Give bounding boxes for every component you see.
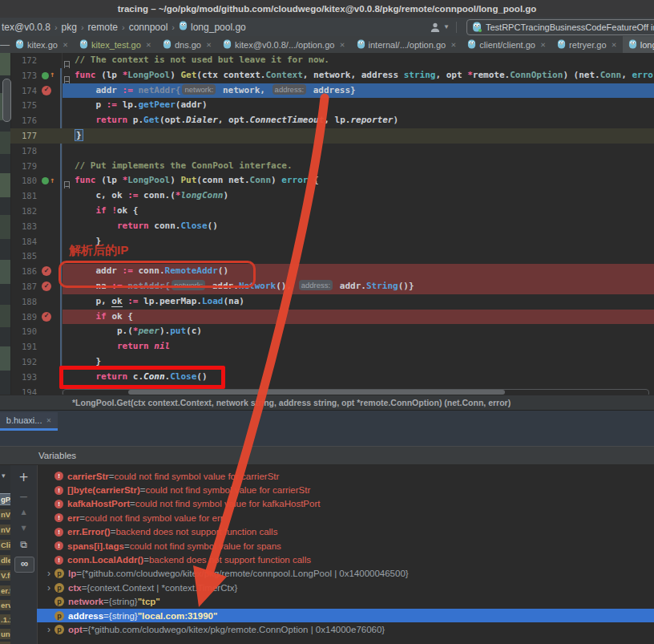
- frame-item[interactable]: erv: [0, 600, 11, 610]
- line-number[interactable]: 185: [10, 249, 37, 264]
- code-line[interactable]: 191 return nil: [0, 339, 654, 354]
- editor-tab-kitex-test-go[interactable]: kitex_test.go✕: [74, 36, 157, 53]
- editor-tab-kitex-v0-0-8-option-go[interactable]: kitex@v0.0.8/.../option.go✕: [217, 36, 350, 53]
- tab-list-menu-icon[interactable]: —: [0, 36, 10, 53]
- code-line[interactable]: 182 if !ok {: [0, 204, 654, 219]
- chevron-down-icon[interactable]: ▾: [2, 472, 6, 480]
- fold-collapse-icon[interactable]: −: [64, 72, 70, 83]
- line-number[interactable]: 180: [10, 173, 37, 188]
- frame-item[interactable]: .1.1: [0, 614, 11, 625]
- expand-chevron-icon[interactable]: ›: [43, 582, 54, 593]
- line-number[interactable]: 172: [10, 53, 37, 68]
- code-line[interactable]: 179// Put implements the ConnPool interf…: [0, 159, 654, 174]
- frame-item[interactable]: nV: [0, 509, 11, 520]
- frame-item[interactable]: unc: [0, 629, 11, 639]
- code-line[interactable]: 178: [0, 144, 654, 159]
- debugger-session-tab[interactable]: b.huaxi... ✕: [0, 412, 58, 428]
- code-line[interactable]: 189✓ if ok {: [0, 310, 654, 325]
- variable-row-err-error-[interactable]: !err.Error() = backend does not support …: [37, 525, 654, 539]
- breadcrumb-item[interactable]: remote: [88, 22, 118, 33]
- frame-item[interactable]: Clie: [0, 540, 11, 550]
- add-watch-button[interactable]: +: [10, 470, 37, 484]
- close-icon[interactable]: ✕: [46, 417, 51, 424]
- line-number[interactable]: 175: [10, 98, 37, 113]
- expand-chevron-icon[interactable]: ›: [43, 568, 54, 579]
- line-number[interactable]: 174: [10, 83, 37, 99]
- line-number[interactable]: 176: [10, 113, 37, 128]
- editor-tab-retryer-go[interactable]: retryer.go✕: [551, 36, 623, 53]
- code-line[interactable]: 181 c, ok := conn.(*longConn): [0, 188, 654, 204]
- line-number[interactable]: 183: [10, 219, 37, 234]
- watch-glasses-icon[interactable]: ∞: [14, 557, 34, 573]
- user-icon[interactable]: [430, 22, 442, 33]
- code-line[interactable]: 177}: [0, 128, 654, 144]
- implements-gutter-icon[interactable]: ↑: [42, 176, 54, 184]
- close-icon[interactable]: ✕: [63, 41, 68, 49]
- variable-row-err[interactable]: !err = could not find symbol value for e…: [37, 511, 654, 525]
- expand-chevron-icon[interactable]: ›: [43, 624, 54, 635]
- chevron-down-icon[interactable]: ▼: [443, 23, 450, 30]
- code-line[interactable]: 174✓ addr := netAddr{network: network, a…: [0, 83, 654, 99]
- line-number[interactable]: 190: [10, 324, 37, 339]
- copy-icon[interactable]: ⧉: [10, 539, 37, 550]
- line-number[interactable]: 188: [10, 294, 37, 310]
- line-number[interactable]: 179: [10, 159, 37, 174]
- code-line[interactable]: 183 return conn.Close(): [0, 219, 654, 234]
- breadcrumb-file[interactable]: long_pool.go: [179, 21, 246, 33]
- frames-strip[interactable]: ▾ gP..nVnVCliedlelV.fuer.ferv.1.1uncunc: [0, 465, 11, 644]
- line-number[interactable]: 173: [10, 68, 37, 83]
- breakpoint-icon[interactable]: ✓: [42, 281, 51, 291]
- frame-item[interactable]: gP..: [0, 494, 11, 504]
- code-line[interactable]: 173↑−func (lp *LongPool) Get(ctx context…: [0, 68, 654, 83]
- variable-row-carrierstr[interactable]: !carrierStr = could not find symbol valu…: [37, 469, 654, 483]
- variable-row-address[interactable]: paddress = {string} "local.com:31990": [37, 609, 654, 622]
- breakpoint-icon[interactable]: ✓: [42, 312, 51, 322]
- line-number[interactable]: 193: [10, 370, 37, 385]
- close-icon[interactable]: ✕: [146, 41, 151, 49]
- code-line[interactable]: 188 p, ok := lp.peerMap.Load(na): [0, 294, 654, 310]
- breadcrumb-item[interactable]: connpool: [129, 22, 168, 33]
- close-icon[interactable]: ✕: [339, 41, 345, 49]
- code-line[interactable]: 176 return p.Get(opt.Dialer, opt.Connect…: [0, 113, 654, 128]
- breakpoint-icon[interactable]: ✓: [42, 266, 51, 276]
- variable-row-ctx[interactable]: ›pctx = {context.Context | *context.Time…: [37, 581, 654, 594]
- line-number[interactable]: 192: [10, 354, 37, 370]
- close-icon[interactable]: ✕: [540, 41, 546, 49]
- line-number[interactable]: 182: [10, 204, 37, 219]
- variable-row-lp[interactable]: ›plp = {*github.com/cloudwego/kitex/pkg/…: [37, 567, 654, 581]
- editor-tab-client-client-go[interactable]: client/client.go✕: [462, 36, 551, 53]
- line-number[interactable]: 189: [10, 310, 37, 325]
- frame-item[interactable]: dlel: [0, 555, 11, 565]
- variable-row-conn-localaddr-[interactable]: !conn.LocalAddr() = backend does not sup…: [37, 553, 654, 566]
- run-configuration-selector[interactable]: TestRPCTracingBusinessCodeFeatureOff in …: [466, 19, 654, 35]
- variable-row--byte-carrierstr-[interactable]: ![]byte(carrierStr) = could not find sym…: [37, 483, 654, 496]
- implements-gutter-icon[interactable]: ↑: [42, 71, 54, 79]
- frame-item[interactable]: er.f: [0, 585, 11, 596]
- code-line[interactable]: 180↑−func (lp *LongPool) Put(conn net.Co…: [0, 173, 654, 188]
- editor-tab-kitex-go[interactable]: kitex.go✕: [10, 36, 74, 53]
- variable-row-network[interactable]: pnetwork = {string} "tcp": [37, 595, 654, 609]
- editor-tab-long-pool-go[interactable]: long_pool.go: [623, 36, 654, 53]
- line-number[interactable]: 187: [10, 279, 37, 294]
- move-up-button[interactable]: ▲: [10, 508, 37, 516]
- line-number[interactable]: 181: [10, 188, 37, 204]
- code-line[interactable]: 175 p := lp.getPeer(addr): [0, 98, 654, 113]
- frame-item[interactable]: V.fu: [0, 570, 11, 581]
- line-number[interactable]: 184: [10, 234, 37, 249]
- variable-row-kafkahostport[interactable]: !kafkaHostPort = could not find symbol v…: [37, 497, 654, 511]
- editor-tab-dns-go[interactable]: dns.go✕: [157, 36, 217, 53]
- editor-tab-internal-option-go[interactable]: internal/.../option.go✕: [351, 36, 462, 53]
- code-line[interactable]: 172−// The context is not used but leave…: [0, 53, 654, 68]
- line-number[interactable]: 186: [10, 264, 37, 279]
- fold-collapse-icon[interactable]: −: [64, 57, 70, 68]
- close-icon[interactable]: ✕: [450, 41, 456, 49]
- line-number[interactable]: 194: [10, 385, 37, 395]
- frame-item[interactable]: nV: [0, 525, 11, 535]
- breadcrumb-item[interactable]: pkg: [62, 22, 77, 33]
- breadcrumb-item[interactable]: tex@v0.0.8: [2, 22, 50, 33]
- variable-row-spans-i-tags[interactable]: !spans[i].tags = could not find symbol v…: [37, 539, 654, 553]
- remove-watch-button[interactable]: −: [10, 490, 37, 503]
- code-line[interactable]: 190 p.(*peer).put(c): [0, 324, 654, 339]
- line-number[interactable]: 177: [10, 128, 37, 144]
- line-number[interactable]: 191: [10, 339, 37, 354]
